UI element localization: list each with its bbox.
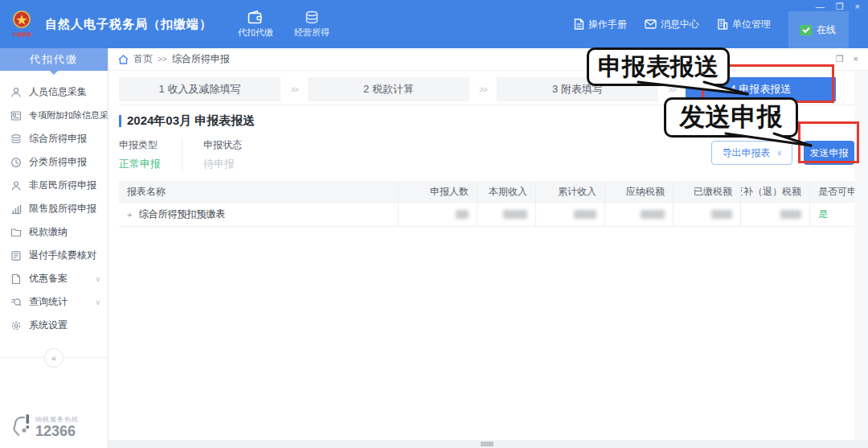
- filter-value: 正常申报: [119, 157, 161, 171]
- redacted-value: [641, 210, 665, 219]
- sidebar-item-tax-payment[interactable]: 税款缴纳: [0, 220, 108, 244]
- step-separator: >>: [280, 85, 308, 94]
- sidebar-item-query-statistics[interactable]: 查询统计 ∨: [0, 290, 108, 314]
- mail-icon: [645, 19, 657, 29]
- tax-supplement-refund-cell: [741, 203, 810, 226]
- module-label: 经营所得: [294, 27, 330, 39]
- breadcrumb-home[interactable]: 首页: [133, 52, 153, 66]
- main-content: 首页 >> 综合所得申报 ❐ × 1 收入及减除填写 >> 2 税款计算 >> …: [108, 48, 868, 448]
- column-tax-payable: 应纳税额: [605, 181, 674, 202]
- home-icon[interactable]: [118, 55, 129, 64]
- wizard-steps: 1 收入及减除填写 >> 2 税款计算 >> 3 附表填写 >> 4 申报表报送: [119, 77, 836, 101]
- online-status-button[interactable]: 在线: [788, 11, 849, 48]
- wallet-icon: [248, 10, 264, 24]
- manual-icon: [574, 18, 584, 30]
- report-name-cell: + 综合所得预扣预缴表: [119, 203, 399, 226]
- step-income-fill[interactable]: 1 收入及减除填写: [119, 77, 280, 101]
- sidebar-menu: 人员信息采集 专项附加扣除信息采集 综合所得申报 分类所得申报 非居民所得申报 …: [0, 71, 108, 337]
- manual-button[interactable]: 操作手册: [574, 18, 627, 31]
- message-center-button[interactable]: 消息中心: [645, 18, 699, 31]
- table-header: 报表名称 申报人数 本期收入 累计收入 应纳税额 已缴税额 应补（退）税额 是否…: [119, 181, 854, 202]
- redacted-value: [711, 210, 732, 219]
- sidebar-item-comprehensive-income[interactable]: 综合所得申报: [0, 127, 108, 150]
- module-label: 代扣代缴: [238, 27, 273, 39]
- module-withholding[interactable]: 代扣代缴: [238, 10, 273, 39]
- column-tax-supplement-refund: 应补（退）税额: [741, 181, 810, 202]
- sidebar-item-classified-income[interactable]: 分类所得申报: [0, 150, 108, 174]
- online-chat-icon: [800, 25, 812, 35]
- sidebar-banner: 代扣代缴: [0, 48, 108, 71]
- window-controls: — ❐ ×: [816, 2, 860, 11]
- can-declare-cell: 是: [810, 203, 854, 226]
- receipt-icon: [10, 250, 22, 261]
- sidebar-item-label: 限售股所得申报: [29, 202, 96, 216]
- tax-payable-cell: [605, 203, 674, 226]
- action-buttons: 导出申报表 ∨ 发送申报: [711, 141, 854, 165]
- can-declare-value: 是: [818, 208, 828, 221]
- panel-maximize-icon[interactable]: ❐: [836, 54, 844, 64]
- filter-declaration-status: 申报状态 待申报: [182, 138, 263, 171]
- sidebar-item-label: 退付手续费核对: [29, 249, 96, 262]
- minimize-icon[interactable]: —: [816, 2, 825, 11]
- sidebar-item-nonresident-income[interactable]: 非居民所得申报: [0, 174, 108, 197]
- step-separator: >>: [469, 85, 497, 94]
- column-can-declare: 是否可申...: [810, 181, 854, 202]
- step-declaration-submit[interactable]: 4 申报表报送: [686, 77, 836, 101]
- maximize-icon[interactable]: ❐: [836, 2, 844, 11]
- report-name: 综合所得预扣预缴表: [138, 208, 225, 221]
- form-icon: [10, 110, 22, 121]
- breadcrumb: 首页 >> 综合所得申报 ❐ ×: [108, 48, 868, 71]
- column-report-name: 报表名称: [119, 181, 399, 202]
- sidebar-item-label: 分类所得申报: [29, 155, 87, 169]
- redacted-value: [456, 210, 469, 219]
- redacted-value: [780, 210, 801, 219]
- declaration-table: 报表名称 申报人数 本期收入 累计收入 应纳税额 已缴税额 应补（退）税额 是否…: [119, 181, 854, 227]
- module-business-income[interactable]: 经营所得: [294, 10, 330, 39]
- export-declaration-button[interactable]: 导出申报表 ∨: [711, 141, 792, 165]
- sidebar-item-label: 综合所得申报: [29, 132, 87, 146]
- tax-paid-cell: [674, 203, 741, 226]
- building-icon: [717, 18, 728, 30]
- unit-management-label: 单位管理: [732, 18, 771, 31]
- sidebar-item-system-settings[interactable]: 系统设置: [0, 314, 108, 337]
- sidebar-item-special-deduction[interactable]: 专项附加扣除信息采集: [0, 104, 108, 127]
- unit-management-button[interactable]: 单位管理: [717, 18, 771, 31]
- panel-close-icon[interactable]: ×: [854, 54, 858, 64]
- send-declaration-button[interactable]: 发送申报: [804, 141, 854, 165]
- filter-label: 申报状态: [203, 138, 242, 152]
- column-cumulative-income: 累计收入: [536, 181, 605, 202]
- sidebar-item-personnel-info[interactable]: 人员信息采集: [0, 80, 108, 104]
- sidebar-collapse-button[interactable]: «: [44, 348, 63, 368]
- step-separator: >>: [658, 85, 686, 94]
- manual-label: 操作手册: [588, 18, 627, 31]
- horizontal-scrollbar[interactable]: [108, 440, 868, 448]
- sidebar-item-label: 优惠备案: [29, 272, 68, 286]
- chevron-down-icon: ∨: [95, 298, 100, 306]
- horizontal-scrollbar-thumb[interactable]: [481, 442, 493, 446]
- chevron-down-icon: ∨: [95, 275, 100, 283]
- title-accent-bar: [119, 115, 121, 127]
- chevron-down-icon: ∨: [776, 149, 782, 157]
- table-row[interactable]: + 综合所得预扣预缴表 是: [119, 202, 854, 226]
- bar-chart-icon: [10, 203, 22, 215]
- sidebar-item-label: 人员信息采集: [29, 85, 87, 99]
- document-icon: [10, 273, 22, 285]
- sidebar-item-refund-fee-check[interactable]: 退付手续费核对: [0, 244, 108, 267]
- filter-label: 申报类型: [119, 138, 161, 152]
- vertical-scrollbar-gutter[interactable]: [854, 71, 868, 440]
- close-icon[interactable]: ×: [855, 2, 860, 11]
- step-tax-calc[interactable]: 2 税款计算: [308, 77, 469, 101]
- module-switcher: 代扣代缴 经营所得: [238, 10, 330, 39]
- sidebar-item-preferential-filing[interactable]: 优惠备案 ∨: [0, 267, 108, 290]
- filter-declaration-type: 申报类型 正常申报: [119, 138, 182, 171]
- expand-row-icon[interactable]: +: [127, 210, 132, 220]
- page-title: 2024年03月 申报表报送: [127, 113, 255, 129]
- column-current-income: 本期收入: [477, 181, 536, 202]
- tax-emblem-logo: 中国税务: [8, 10, 35, 39]
- search-stats-icon: [10, 297, 22, 308]
- sidebar-item-restricted-shares[interactable]: 限售股所得申报: [0, 197, 108, 220]
- declarant-count-cell: [399, 203, 477, 226]
- step-attachment-fill[interactable]: 3 附表填写: [497, 77, 658, 101]
- column-declarant-count: 申报人数: [399, 181, 477, 202]
- person-icon: [10, 87, 22, 98]
